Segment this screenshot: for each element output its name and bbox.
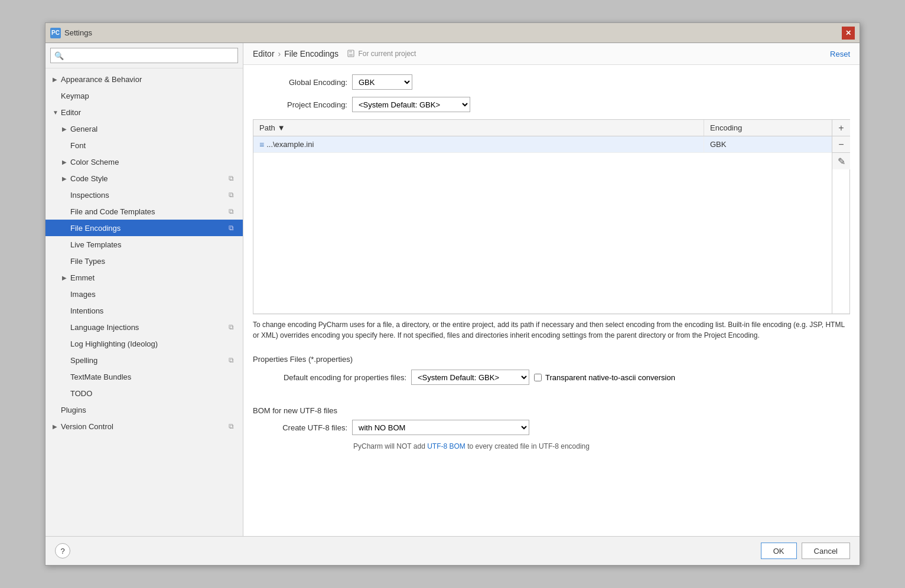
copy-icon: ⧉ — [229, 422, 240, 430]
sidebar-item-file-types[interactable]: File Types — [45, 253, 243, 269]
svg-rect-1 — [349, 54, 353, 56]
copy-icon: ⧉ — [229, 224, 240, 232]
default-encoding-label: Default encoding for properties files: — [253, 373, 406, 382]
sidebar-item-file-encodings[interactable]: File Encodings ⧉ — [45, 220, 243, 236]
sidebar-item-plugins[interactable]: Plugins — [45, 401, 243, 418]
copy-icon: ⧉ — [229, 174, 240, 182]
save-icon — [347, 50, 355, 58]
bom-section-title: BOM for new UTF-8 files — [253, 406, 850, 415]
info-text: To change encoding PyCharm uses for a fi… — [253, 314, 850, 345]
sidebar-item-version-control[interactable]: ▶ Version Control ⧉ — [45, 418, 243, 435]
table-row[interactable]: ≡ ...\example.ini GBK — [253, 136, 832, 153]
search-box — [45, 43, 243, 68]
sidebar-item-intentions[interactable]: Intentions — [45, 302, 243, 319]
project-encoding-select[interactable]: <System Default: GBK> UTF-8 GBK — [352, 97, 470, 112]
sidebar-item-todo[interactable]: TODO — [45, 385, 243, 401]
arrow-icon: ▶ — [62, 275, 70, 281]
utf8-bom-link[interactable]: UTF-8 BOM — [427, 442, 465, 450]
table-header: Path ▼ Encoding — [253, 120, 832, 136]
transparent-label: Transparent native-to-ascii conversion — [545, 373, 675, 382]
app-icon: PC — [50, 28, 61, 38]
transparent-checkbox[interactable] — [534, 374, 542, 381]
arrow-icon: ▶ — [62, 126, 70, 132]
content-header: Editor › File Encodings For current proj… — [243, 43, 860, 65]
project-scope-label: For current project — [347, 50, 416, 58]
encoding-table-container: Path ▼ Encoding ≡ ...\example — [253, 119, 850, 314]
arrow-icon: ▶ — [62, 175, 70, 182]
default-encoding-row: Default encoding for properties files: <… — [253, 370, 850, 385]
settings-window: PC Settings ✕ ▶ Appearance & Behavior Ke… — [45, 22, 860, 566]
col-header-path[interactable]: Path ▼ — [253, 120, 704, 136]
svg-rect-2 — [349, 51, 352, 53]
sort-icon: ▼ — [278, 123, 285, 132]
edit-row-button[interactable]: ✎ — [832, 153, 850, 169]
global-encoding-row: Global Encoding: GBK UTF-8 ISO-8859-1 — [253, 74, 850, 90]
sidebar-item-code-style[interactable]: ▶ Code Style ⧉ — [45, 170, 243, 187]
project-encoding-row: Project Encoding: <System Default: GBK> … — [253, 97, 850, 112]
window-footer: ? OK Cancel — [45, 536, 860, 565]
sidebar-item-file-code-templates[interactable]: File and Code Templates ⧉ — [45, 203, 243, 220]
file-icon: ≡ — [259, 140, 264, 149]
cell-path: ≡ ...\example.ini — [253, 136, 704, 152]
sidebar-item-emmet[interactable]: ▶ Emmet — [45, 269, 243, 286]
sidebar-item-log-highlighting[interactable]: Log Highlighting (Ideolog) — [45, 335, 243, 352]
title-bar: PC Settings ✕ — [45, 23, 860, 43]
cancel-button[interactable]: Cancel — [802, 543, 850, 559]
add-row-button[interactable]: + — [832, 120, 850, 136]
properties-encoding-select[interactable]: <System Default: GBK> UTF-8 GBK — [411, 370, 529, 385]
sidebar-item-inspections[interactable]: Inspections ⧉ — [45, 187, 243, 203]
arrow-icon: ▶ — [53, 423, 61, 430]
breadcrumb-current: File Encodings — [284, 49, 338, 58]
breadcrumb-parent: Editor — [253, 49, 275, 58]
window-body: ▶ Appearance & Behavior Keymap ▼ Editor … — [45, 43, 860, 536]
content-panel: Editor › File Encodings For current proj… — [243, 43, 860, 536]
reset-button[interactable]: Reset — [830, 50, 850, 58]
arrow-icon: ▶ — [53, 76, 61, 83]
breadcrumb-separator: › — [278, 49, 281, 58]
properties-section-title: Properties Files (*.properties) — [253, 355, 850, 364]
cell-encoding: GBK — [704, 136, 810, 152]
copy-icon: ⧉ — [229, 323, 240, 331]
sidebar-item-color-scheme[interactable]: ▶ Color Scheme — [45, 153, 243, 170]
bom-note: PyCharm will NOT add UTF-8 BOM to every … — [253, 442, 850, 450]
window-title: Settings — [64, 28, 92, 37]
breadcrumb: Editor › File Encodings For current proj… — [253, 49, 416, 58]
create-utf8-label: Create UTF-8 files: — [253, 423, 347, 432]
sidebar-item-keymap[interactable]: Keymap — [45, 87, 243, 104]
sidebar-item-spelling[interactable]: Spelling ⧉ — [45, 352, 243, 368]
col-header-encoding[interactable]: Encoding — [704, 120, 810, 136]
table-action-buttons: + − ✎ — [832, 119, 850, 314]
sidebar-item-images[interactable]: Images — [45, 286, 243, 302]
create-utf8-row: Create UTF-8 files: with NO BOM with BOM — [253, 420, 850, 435]
encoding-table: Path ▼ Encoding ≡ ...\example — [253, 119, 832, 314]
global-encoding-select[interactable]: GBK UTF-8 ISO-8859-1 — [352, 74, 412, 90]
title-bar-left: PC Settings — [50, 28, 92, 38]
sidebar-item-font[interactable]: Font — [45, 137, 243, 153]
close-button[interactable]: ✕ — [842, 27, 855, 40]
sidebar-tree: ▶ Appearance & Behavior Keymap ▼ Editor … — [45, 68, 243, 536]
copy-icon: ⧉ — [229, 207, 240, 215]
remove-row-button[interactable]: − — [832, 136, 850, 153]
sidebar-item-appearance[interactable]: ▶ Appearance & Behavior — [45, 71, 243, 87]
sidebar-item-general[interactable]: ▶ General — [45, 120, 243, 137]
sidebar-item-language-injections[interactable]: Language Injections ⧉ — [45, 319, 243, 335]
arrow-icon: ▼ — [53, 109, 61, 116]
ok-button[interactable]: OK — [761, 543, 797, 559]
sidebar-item-live-templates[interactable]: Live Templates — [45, 236, 243, 253]
arrow-icon: ▶ — [62, 159, 70, 165]
sidebar-item-editor[interactable]: ▼ Editor — [45, 104, 243, 120]
copy-icon: ⧉ — [229, 191, 240, 199]
footer-left: ? — [55, 543, 756, 558]
transparent-checkbox-row: Transparent native-to-ascii conversion — [534, 373, 675, 382]
table-body: ≡ ...\example.ini GBK — [253, 136, 832, 313]
create-utf8-select[interactable]: with NO BOM with BOM — [352, 420, 529, 435]
content-body: Global Encoding: GBK UTF-8 ISO-8859-1 Pr… — [243, 65, 860, 536]
help-button[interactable]: ? — [55, 543, 70, 558]
bom-section: BOM for new UTF-8 files Create UTF-8 fil… — [253, 406, 850, 455]
copy-icon: ⧉ — [229, 356, 240, 364]
sidebar-item-textmate-bundles[interactable]: TextMate Bundles — [45, 368, 243, 385]
search-input[interactable] — [50, 48, 238, 63]
global-encoding-label: Global Encoding: — [253, 78, 347, 87]
sidebar: ▶ Appearance & Behavior Keymap ▼ Editor … — [45, 43, 243, 536]
properties-section: Properties Files (*.properties) Default … — [253, 355, 850, 397]
